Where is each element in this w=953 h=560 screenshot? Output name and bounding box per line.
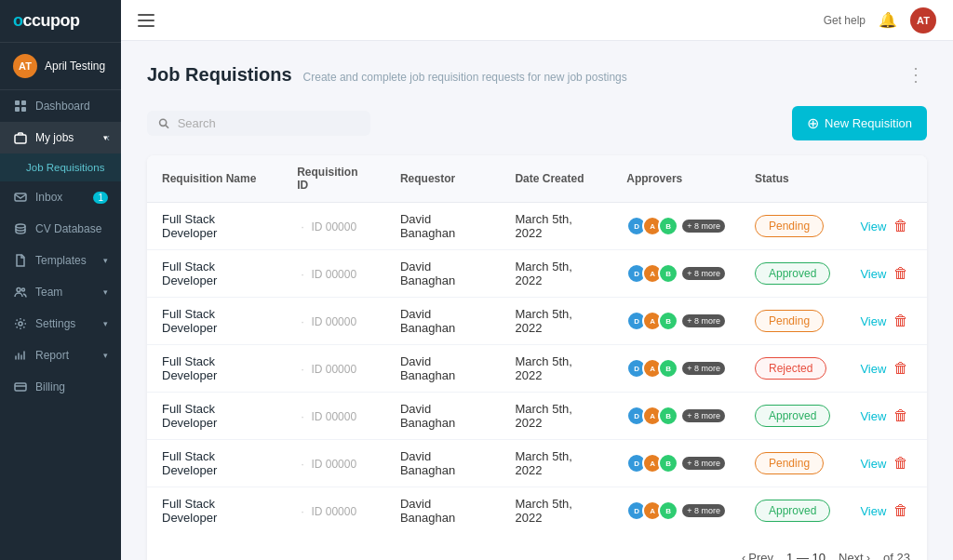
bell-icon[interactable]: 🔔 [879, 11, 897, 29]
sidebar-item-label-templates: Templates [35, 254, 96, 267]
status-badge: Approved [755, 500, 830, 522]
sidebar-item-dashboard[interactable]: Dashboard [0, 90, 121, 122]
table-row: Full Stack Developer · ID 00000 David Ba… [147, 393, 927, 440]
sidebar-item-templates[interactable]: Templates ▾ [0, 245, 121, 276]
file-icon [13, 253, 28, 268]
approver-avatar: B [658, 216, 678, 236]
chevron-icon-templates: ▾ [103, 256, 108, 265]
col-date: Date Created [500, 155, 611, 203]
briefcase-icon [13, 130, 28, 145]
svg-rect-0 [15, 100, 20, 105]
dot-sep: · [301, 314, 304, 328]
view-link[interactable]: View [860, 457, 886, 471]
user-section: AT April Testing [0, 43, 121, 90]
sidebar-item-team[interactable]: Team ▾ [0, 276, 121, 308]
chevron-icon-report: ▾ [103, 351, 108, 360]
date-created: March 5th, 2022 [515, 260, 571, 287]
gear-icon [13, 316, 28, 331]
date-created: March 5th, 2022 [515, 402, 571, 430]
svg-point-7 [17, 288, 20, 292]
req-id: ID 00000 [311, 505, 356, 518]
view-link[interactable]: View [860, 267, 886, 281]
svg-point-11 [160, 119, 167, 126]
delete-button[interactable]: 🗑 [890, 216, 912, 236]
delete-button[interactable]: 🗑 [890, 500, 912, 521]
approver-avatar: B [658, 453, 678, 473]
approver-avatar: B [658, 500, 678, 521]
pagination: ‹ Prev 1 — 10 Next › of 23 [147, 534, 927, 560]
sidebar-item-label-billing: Billing [35, 380, 108, 393]
sidebar-item-billing[interactable]: Billing [0, 371, 121, 403]
prev-chevron-icon: ‹ [742, 551, 745, 560]
next-label: Next [839, 551, 864, 560]
user-name: April Testing [45, 60, 105, 73]
table-header-row: Requisition Name Requisition ID Requesto… [147, 155, 927, 203]
inbox-badge: 1 [93, 192, 108, 204]
requestor: David Banaghan [400, 307, 455, 335]
requisitions-table: Requisition Name Requisition ID Requesto… [147, 155, 927, 534]
page-title: Job Requistions [147, 64, 292, 86]
approver-avatar: B [658, 311, 678, 331]
svg-rect-1 [21, 100, 26, 105]
table-row: Full Stack Developer · ID 00000 David Ba… [147, 440, 927, 487]
delete-button[interactable]: 🗑 [890, 263, 912, 284]
approver-avatar: B [658, 406, 678, 426]
sidebar-item-label-inbox: Inbox [35, 191, 82, 204]
req-id: ID 00000 [311, 268, 356, 281]
get-help-link[interactable]: Get help [824, 14, 866, 27]
sidebar-item-my-jobs[interactable]: My jobs ▾ ‹ [0, 122, 121, 153]
req-name: Full Stack Developer [162, 307, 217, 335]
sidebar-item-label-team: Team [35, 286, 96, 299]
users-icon [13, 285, 28, 300]
status-badge: Pending [755, 215, 824, 237]
sidebar-item-label-my-jobs: My jobs [35, 131, 96, 144]
sidebar: occupop AT April Testing Dashboard My jo… [0, 0, 121, 560]
page-total: of 23 [883, 551, 910, 560]
delete-button[interactable]: 🗑 [890, 406, 912, 426]
svg-rect-10 [15, 383, 26, 391]
table-row: Full Stack Developer · ID 00000 David Ba… [147, 250, 927, 298]
collapse-icon: ‹ [101, 130, 115, 145]
user-avatar-top[interactable]: AT [910, 7, 936, 33]
search-icon [158, 117, 170, 130]
requestor: David Banaghan [400, 354, 455, 382]
sidebar-item-settings[interactable]: Settings ▾ [0, 308, 121, 340]
sidebar-item-cv-database[interactable]: CV Database [0, 213, 121, 245]
req-name: Full Stack Developer [162, 449, 217, 477]
delete-button[interactable]: 🗑 [890, 311, 912, 331]
status-badge: Approved [755, 405, 830, 427]
more-badge: + 8 more [682, 220, 725, 233]
view-link[interactable]: View [860, 362, 886, 376]
status-badge: Pending [755, 452, 824, 474]
col-actions [845, 155, 927, 203]
page-menu-dots[interactable]: ⋮ [906, 63, 927, 86]
next-chevron-icon: › [866, 551, 870, 560]
view-link[interactable]: View [860, 504, 886, 518]
svg-line-12 [166, 125, 168, 127]
chevron-icon-team: ▾ [103, 287, 108, 297]
logo-accent: o [13, 11, 23, 30]
sidebar-item-inbox[interactable]: Inbox 1 [0, 181, 121, 213]
search-input[interactable] [178, 116, 359, 130]
new-requisition-button[interactable]: ⊕ New Requisition [792, 106, 927, 140]
svg-point-8 [22, 288, 25, 291]
prev-button[interactable]: ‹ Prev [736, 547, 779, 560]
hamburger-button[interactable] [138, 14, 154, 27]
req-id: ID 00000 [311, 220, 356, 233]
plus-icon: ⊕ [807, 114, 819, 132]
date-created: March 5th, 2022 [515, 449, 571, 477]
delete-button[interactable]: 🗑 [890, 453, 912, 473]
sidebar-item-report[interactable]: Report ▾ [0, 340, 121, 371]
search-wrapper [147, 111, 370, 136]
next-button[interactable]: Next › [833, 547, 876, 560]
view-link[interactable]: View [860, 409, 886, 423]
chevron-icon-settings: ▾ [103, 319, 108, 328]
date-created: March 5th, 2022 [515, 354, 571, 382]
sidebar-item-job-requisitions[interactable]: Job Requisitions [0, 153, 121, 181]
delete-button[interactable]: 🗑 [890, 358, 912, 379]
topbar: Get help 🔔 AT [121, 0, 953, 41]
view-link[interactable]: View [860, 314, 886, 328]
table-container: Requisition Name Requisition ID Requesto… [147, 155, 927, 560]
view-link[interactable]: View [860, 220, 886, 233]
col-requestor: Requestor [385, 155, 501, 203]
